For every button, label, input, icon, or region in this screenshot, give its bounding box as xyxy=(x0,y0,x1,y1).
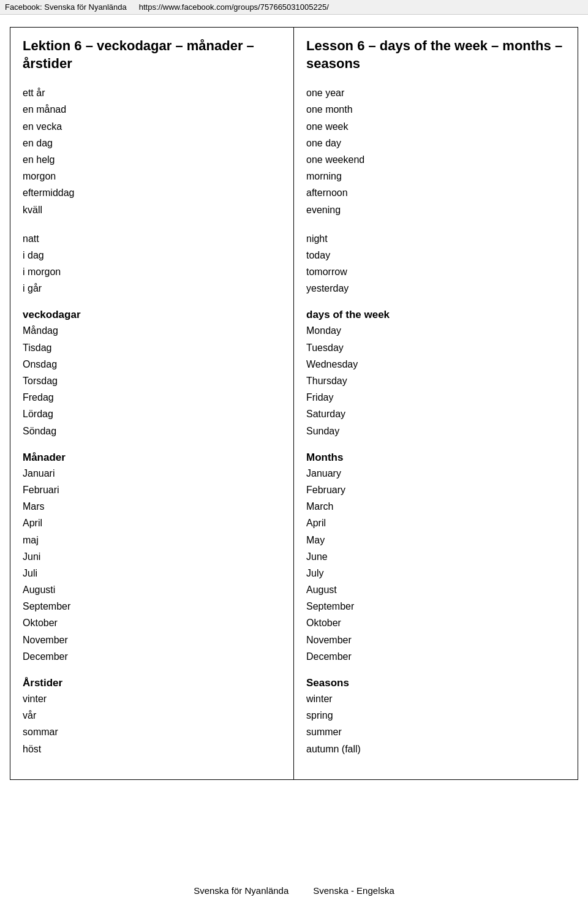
swedish-relative-time-section: natt i dag i morgon i går xyxy=(23,230,281,297)
english-item: January xyxy=(306,465,565,482)
english-item: Saturday xyxy=(306,406,565,422)
english-item: one month xyxy=(306,101,565,118)
swedish-item: Mars xyxy=(23,498,281,515)
swedish-item: Fredag xyxy=(23,389,281,406)
english-item: Sunday xyxy=(306,423,565,439)
swedish-item: Juni xyxy=(23,548,281,565)
english-item: March xyxy=(306,498,565,515)
english-item: June xyxy=(306,548,565,565)
swedish-item: Februari xyxy=(23,482,281,498)
english-relative-time-section: night today tomorrow yesterday xyxy=(306,230,565,297)
swedish-item: Oktober xyxy=(23,615,281,631)
english-item: Thursday xyxy=(306,373,565,389)
browser-bar: Facebook: Svenska för Nyanlända https://… xyxy=(0,0,588,15)
english-item: Oktober xyxy=(306,615,565,631)
swedish-item: morgon xyxy=(23,168,281,184)
swedish-item: Augusti xyxy=(23,581,281,598)
swedish-column: Lektion 6 – veckodagar – månader – årsti… xyxy=(10,28,294,779)
swedish-item: Torsdag xyxy=(23,373,281,389)
browser-title: Facebook: Svenska för Nyanlända xyxy=(5,2,127,12)
swedish-item: sommar xyxy=(23,724,281,740)
swedish-item: ett år xyxy=(23,85,281,101)
swedish-item: natt xyxy=(23,230,281,247)
swedish-item: Juli xyxy=(23,565,281,581)
swedish-item: vinter xyxy=(23,690,281,707)
swedish-item: en dag xyxy=(23,135,281,151)
swedish-item: Tisdag xyxy=(23,339,281,356)
english-item: Tuesday xyxy=(306,339,565,356)
english-title: Lesson 6 – days of the week – months – s… xyxy=(306,37,565,72)
swedish-item: en helg xyxy=(23,151,281,168)
footer: Svenska för Nyanlända Svenska - Engelska xyxy=(0,885,588,896)
english-item: morning xyxy=(306,168,565,184)
english-item: winter xyxy=(306,690,565,707)
swedish-basic-time-section: ett år en månad en vecka en dag en helg … xyxy=(23,85,281,218)
english-item: one day xyxy=(306,135,565,151)
swedish-seasons-section: Årstider vinter vår sommar höst xyxy=(23,677,281,757)
swedish-item: September xyxy=(23,598,281,615)
footer-right: Svenska - Engelska xyxy=(313,885,394,896)
english-item: April xyxy=(306,515,565,531)
swedish-item: eftermiddag xyxy=(23,184,281,201)
swedish-item: Lördag xyxy=(23,406,281,422)
english-item: November xyxy=(306,632,565,648)
english-item: September xyxy=(306,598,565,615)
swedish-item: en vecka xyxy=(23,118,281,135)
english-item: one year xyxy=(306,85,565,101)
english-column: Lesson 6 – days of the week – months – s… xyxy=(294,28,578,779)
english-item: one week xyxy=(306,118,565,135)
english-weekdays-section: days of the week Monday Tuesday Wednesda… xyxy=(306,309,565,439)
swedish-item: en månad xyxy=(23,101,281,118)
english-item: yesterday xyxy=(306,280,565,297)
english-item: Friday xyxy=(306,389,565,406)
swedish-item: i morgon xyxy=(23,263,281,280)
english-item: May xyxy=(306,532,565,548)
english-seasons-header: Seasons xyxy=(306,677,565,689)
swedish-weekdays-header: veckodagar xyxy=(23,309,281,321)
english-months-header: Months xyxy=(306,452,565,464)
swedish-weekdays-section: veckodagar Måndag Tisdag Onsdag Torsdag … xyxy=(23,309,281,439)
footer-left: Svenska för Nyanlända xyxy=(194,885,288,896)
swedish-months-section: Månader Januari Februari Mars April maj … xyxy=(23,452,281,665)
swedish-item: höst xyxy=(23,741,281,757)
swedish-item: December xyxy=(23,648,281,665)
swedish-item: kväll xyxy=(23,202,281,218)
english-item: night xyxy=(306,230,565,247)
english-item: Wednesday xyxy=(306,356,565,373)
swedish-item: i dag xyxy=(23,247,281,263)
english-item: today xyxy=(306,247,565,263)
english-seasons-section: Seasons winter spring summer autumn (fal… xyxy=(306,677,565,757)
english-item: December xyxy=(306,648,565,665)
english-item: evening xyxy=(306,202,565,218)
swedish-item: November xyxy=(23,632,281,648)
swedish-item: maj xyxy=(23,532,281,548)
english-basic-time-section: one year one month one week one day one … xyxy=(306,85,565,218)
swedish-item: April xyxy=(23,515,281,531)
swedish-title: Lektion 6 – veckodagar – månader – årsti… xyxy=(23,37,281,72)
english-item: Monday xyxy=(306,322,565,339)
english-months-section: Months January February March April May … xyxy=(306,452,565,665)
swedish-months-header: Månader xyxy=(23,452,281,464)
english-item: July xyxy=(306,565,565,581)
page-wrapper: Lektion 6 – veckodagar – månader – årsti… xyxy=(0,15,588,817)
swedish-item: Onsdag xyxy=(23,356,281,373)
english-item: tomorrow xyxy=(306,263,565,280)
english-item: spring xyxy=(306,707,565,724)
swedish-item: vår xyxy=(23,707,281,724)
english-item: one weekend xyxy=(306,151,565,168)
english-item: summer xyxy=(306,724,565,740)
english-item: autumn (fall) xyxy=(306,741,565,757)
english-weekdays-header: days of the week xyxy=(306,309,565,321)
swedish-item: Söndag xyxy=(23,423,281,439)
english-item: afternoon xyxy=(306,184,565,201)
main-table: Lektion 6 – veckodagar – månader – årsti… xyxy=(10,27,578,780)
swedish-seasons-header: Årstider xyxy=(23,677,281,689)
browser-url: https://www.facebook.com/groups/75766503… xyxy=(139,2,329,12)
english-item: February xyxy=(306,482,565,498)
swedish-item: i går xyxy=(23,280,281,297)
swedish-item: Januari xyxy=(23,465,281,482)
english-item: August xyxy=(306,581,565,598)
swedish-item: Måndag xyxy=(23,322,281,339)
